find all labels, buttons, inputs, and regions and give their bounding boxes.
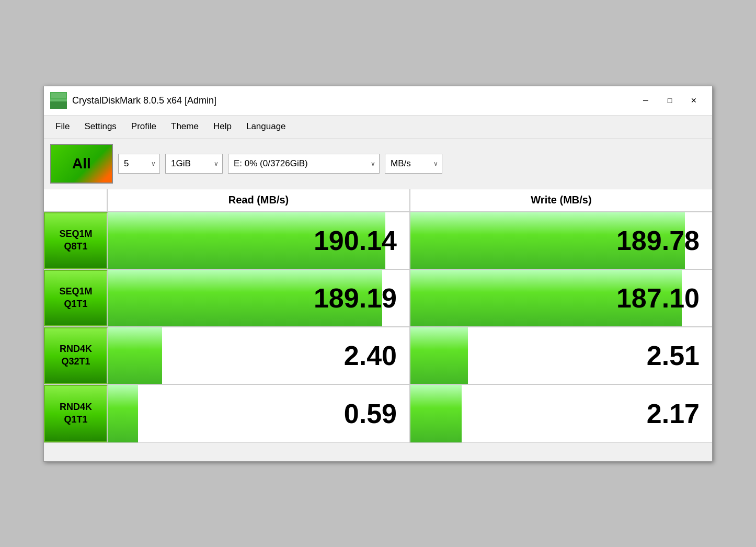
window-controls: ─ □ ✕ [634, 92, 706, 109]
drive-select-wrapper: E: 0% (0/3726GiB) ∨ [228, 154, 380, 174]
menu-item-profile[interactable]: Profile [124, 118, 164, 135]
window-title: CrystalDiskMark 8.0.5 x64 [Admin] [72, 95, 634, 106]
svg-rect-2 [50, 101, 67, 109]
write-cell-3: 2.17 [410, 385, 712, 442]
read-cell-2: 2.40 [108, 327, 410, 384]
row-label-1: SEQ1MQ1T1 [44, 270, 108, 326]
drive-select[interactable]: E: 0% (0/3726GiB) [228, 154, 380, 174]
main-window: CrystalDiskMark 8.0.5 x64 [Admin] ─ □ ✕ … [43, 86, 713, 462]
read-cell-1: 189.19 [108, 270, 410, 326]
menu-item-settings[interactable]: Settings [77, 118, 123, 135]
menu-item-help[interactable]: Help [206, 118, 239, 135]
size-select[interactable]: 1MiB 4GiB 16GiB 1GiB [165, 154, 223, 174]
write-value-1: 187.10 [616, 282, 700, 314]
table-row: RND4KQ1T10.592.17 [44, 385, 712, 442]
read-cell-3: 0.59 [108, 385, 410, 442]
write-value-0: 189.78 [616, 225, 700, 256]
table-row: SEQ1MQ8T1190.14189.78 [44, 212, 712, 270]
minimize-button[interactable]: ─ [634, 92, 658, 109]
row-label-3: RND4KQ1T1 [44, 385, 108, 442]
write-cell-2: 2.51 [410, 327, 712, 384]
maximize-button[interactable]: □ [658, 92, 682, 109]
write-cell-1: 187.10 [410, 270, 712, 326]
results-header: Read (MB/s) Write (MB/s) [44, 189, 712, 212]
read-value-1: 189.19 [314, 282, 397, 314]
size-select-wrapper: 1MiB 4GiB 16GiB 1GiB ∨ [165, 154, 223, 174]
all-button[interactable]: All [50, 144, 113, 184]
close-button[interactable]: ✕ [682, 92, 706, 109]
title-bar: CrystalDiskMark 8.0.5 x64 [Admin] ─ □ ✕ [44, 86, 712, 116]
read-cell-0: 190.14 [108, 212, 410, 269]
write-value-2: 2.51 [647, 340, 700, 371]
read-value-3: 0.59 [344, 398, 397, 429]
table-row: RND4KQ32T12.402.51 [44, 327, 712, 385]
menu-item-file[interactable]: File [48, 118, 77, 135]
write-cell-0: 189.78 [410, 212, 712, 269]
svg-rect-1 [50, 99, 67, 101]
toolbar: All 1 3 5 10 ∨ 1MiB 4GiB 16GiB 1GiB ∨ E:… [44, 139, 712, 189]
count-select[interactable]: 1 3 5 10 [118, 154, 160, 174]
status-bar [44, 442, 712, 461]
write-value-3: 2.17 [647, 398, 700, 429]
read-header: Read (MB/s) [108, 189, 410, 211]
row-label-2: RND4KQ32T1 [44, 327, 108, 384]
menu-item-theme[interactable]: Theme [164, 118, 206, 135]
data-rows: SEQ1MQ8T1190.14189.78SEQ1MQ1T1189.19187.… [44, 212, 712, 442]
app-icon [50, 92, 67, 109]
menu-bar: FileSettingsProfileThemeHelpLanguage [44, 116, 712, 139]
svg-rect-3 [51, 93, 66, 98]
menu-item-language[interactable]: Language [239, 118, 293, 135]
count-select-wrapper: 1 3 5 10 ∨ [118, 154, 160, 174]
table-row: SEQ1MQ1T1189.19187.10 [44, 270, 712, 327]
read-value-0: 190.14 [314, 225, 397, 256]
results-content: Read (MB/s) Write (MB/s) SEQ1MQ8T1190.14… [44, 189, 712, 442]
read-value-2: 2.40 [344, 340, 397, 371]
header-spacer [44, 189, 108, 211]
unit-select[interactable]: MB/s GB/s IOPS μs [385, 154, 442, 174]
unit-select-wrapper: MB/s GB/s IOPS μs ∨ [385, 154, 442, 174]
write-header: Write (MB/s) [410, 189, 712, 211]
row-label-0: SEQ1MQ8T1 [44, 212, 108, 269]
